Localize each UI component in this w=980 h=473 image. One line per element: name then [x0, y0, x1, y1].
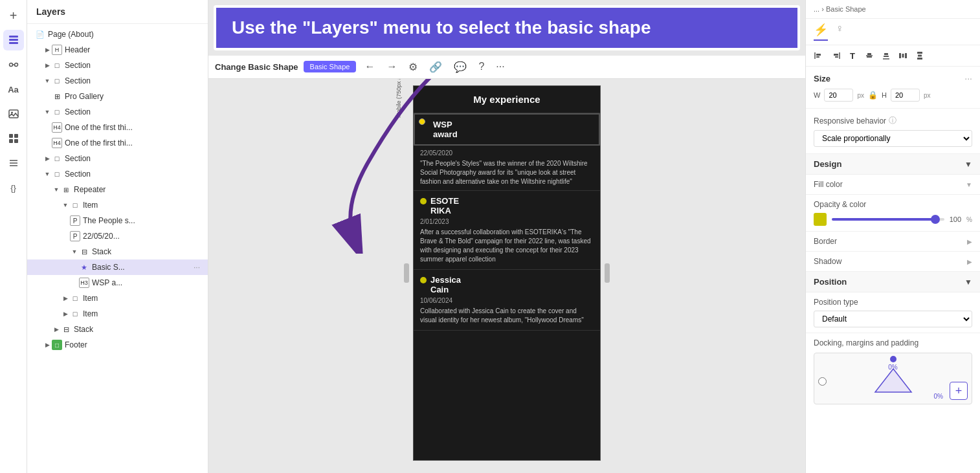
layer-p-people[interactable]: P The People s...	[27, 213, 208, 228]
layer-h4-2[interactable]: H4 One of the first thi...	[27, 135, 208, 151]
code-icon[interactable]: {}	[3, 177, 24, 198]
layer-pro-gallery[interactable]: ⊞ Pro Gallery	[27, 89, 208, 104]
layer-item-3[interactable]: ▶ □ Item	[27, 306, 208, 322]
position-expand[interactable]: ▼	[964, 278, 972, 287]
position-type-label: Position type	[814, 298, 972, 307]
p-people-icon: P	[70, 215, 80, 226]
arrow-section1: ▶	[43, 61, 52, 70]
annotation-banner: Use the "Layers" menu to select the basi…	[214, 5, 800, 50]
layer-h3-wsp[interactable]: H3 WSP a...	[27, 275, 208, 291]
layer-section-1[interactable]: ▶ □ Section	[27, 58, 208, 73]
svg-rect-27	[884, 56, 889, 57]
color-swatch[interactable]	[814, 213, 827, 226]
layer-stack-2[interactable]: ▶ ⊟ Stack	[27, 322, 208, 337]
layers-panel: Layers 📄 Page (About) ▶ H Header ▶ □ Sec…	[27, 0, 208, 473]
text-icon[interactable]: Aa	[3, 79, 24, 100]
layer-section-5[interactable]: ▼ □ Section	[27, 166, 208, 182]
undo-btn[interactable]: ←	[361, 60, 378, 74]
shadow-label: Shadow	[814, 257, 841, 266]
docking-top-dot	[890, 356, 896, 362]
fill-arrow[interactable]: ▼	[966, 181, 972, 188]
align-bottom-btn[interactable]	[878, 48, 894, 63]
size-title: Size	[814, 74, 830, 83]
add-icon[interactable]: +	[3, 5, 24, 26]
svg-rect-32	[918, 55, 922, 57]
drag-handle-right[interactable]	[605, 263, 610, 283]
align-left-btn[interactable]	[811, 48, 827, 63]
comment-btn[interactable]: 💬	[451, 60, 470, 74]
border-arrow[interactable]: ▶	[967, 238, 972, 245]
header-icon: H	[52, 45, 62, 55]
docking-radio-left[interactable]	[818, 377, 827, 386]
layer-section-3[interactable]: ▼ □ Section	[27, 104, 208, 120]
section3-icon: □	[52, 107, 62, 117]
database-icon[interactable]	[3, 153, 24, 173]
tab-lightning[interactable]: ⚡	[814, 23, 828, 41]
layer-h4-2-label: One of the first thi...	[65, 138, 203, 148]
align-right-btn[interactable]	[828, 48, 843, 63]
size-dots[interactable]: ···	[964, 73, 972, 83]
svg-rect-18	[816, 56, 819, 58]
docking-plus-btn[interactable]: +	[950, 382, 968, 400]
layer-section-2[interactable]: ▼ □ Section	[27, 73, 208, 89]
esote-date: 2/01/2023	[420, 218, 594, 225]
layer-page[interactable]: 📄 Page (About)	[27, 27, 208, 42]
svg-rect-26	[884, 53, 888, 55]
drag-handle-left[interactable]	[404, 263, 409, 283]
align-top-btn[interactable]: T	[845, 48, 860, 63]
basic-shape-menu[interactable]: ···	[191, 263, 203, 272]
image-icon[interactable]	[3, 104, 24, 124]
layer-p-date[interactable]: P 22/05/20...	[27, 228, 208, 244]
entry-wsp-title: WSPaward	[433, 120, 592, 139]
layer-footer[interactable]: ▶ □ Footer	[27, 337, 208, 353]
responsive-info-icon[interactable]: ⓘ	[889, 115, 896, 126]
help-btn[interactable]: ?	[475, 60, 487, 74]
tab-design[interactable]: ♀	[836, 23, 843, 41]
w-input[interactable]	[824, 89, 853, 102]
layer-header[interactable]: ▶ H Header	[27, 42, 208, 58]
layer-repeater-label: Repeater	[74, 185, 203, 194]
svg-rect-29	[902, 54, 904, 58]
arrow-item2: ▶	[61, 294, 70, 303]
layer-repeater[interactable]: ▼ ⊞ Repeater	[27, 182, 208, 197]
p-date-icon: P	[70, 231, 80, 241]
lock-icon[interactable]: 🔒	[868, 91, 878, 100]
shadow-arrow[interactable]: ▶	[967, 258, 972, 265]
h-input[interactable]	[891, 89, 920, 102]
basic-shape-badge[interactable]: Basic Shape	[304, 61, 357, 72]
connect-icon[interactable]	[3, 54, 24, 75]
esote-dot	[420, 198, 427, 204]
design-section: Design ▼	[806, 154, 980, 175]
opacity-row: 100 %	[814, 213, 972, 226]
distribute-v-btn[interactable]	[912, 48, 928, 63]
responsive-select[interactable]: Scale proportionally Keep size	[814, 130, 972, 147]
settings-btn[interactable]: ⚙	[405, 60, 421, 74]
align-row: T	[806, 45, 980, 67]
redo-btn[interactable]: →	[383, 60, 400, 74]
layer-section4-label: Section	[65, 154, 203, 163]
layer-item-1[interactable]: ▼ □ Item	[27, 197, 208, 213]
position-type-select[interactable]: Default Fixed Sticky	[814, 311, 972, 327]
link-btn[interactable]: 🔗	[426, 60, 445, 74]
section2-icon: □	[52, 76, 62, 86]
layer-basic-shape[interactable]: ★ Basic S... ···	[27, 259, 208, 275]
design-expand[interactable]: ▼	[964, 160, 972, 169]
layer-item-2[interactable]: ▶ □ Item	[27, 291, 208, 306]
opacity-slider[interactable]	[832, 218, 944, 221]
align-center-h-btn[interactable]	[862, 48, 877, 63]
more-btn[interactable]: ···	[493, 60, 507, 74]
opacity-thumb[interactable]	[931, 215, 940, 224]
layer-stack-1[interactable]: ▼ ⊟ Stack	[27, 244, 208, 259]
distribute-h-btn[interactable]	[895, 48, 911, 63]
layer-section-4[interactable]: ▶ □ Section	[27, 151, 208, 166]
layers-icon[interactable]	[3, 30, 24, 50]
svg-rect-24	[867, 56, 872, 58]
apps-icon[interactable]	[3, 128, 24, 149]
esote-desc: After a successful collaboration with ES…	[420, 228, 594, 264]
svg-rect-10	[9, 139, 13, 143]
responsive-section: Responsive behavior ⓘ Scale proportional…	[806, 109, 980, 154]
h4-2-icon: H4	[52, 138, 62, 148]
section1-icon: □	[52, 60, 62, 71]
arrow-section2: ▼	[43, 76, 52, 85]
layer-h4-1[interactable]: H4 One of the first thi...	[27, 120, 208, 135]
